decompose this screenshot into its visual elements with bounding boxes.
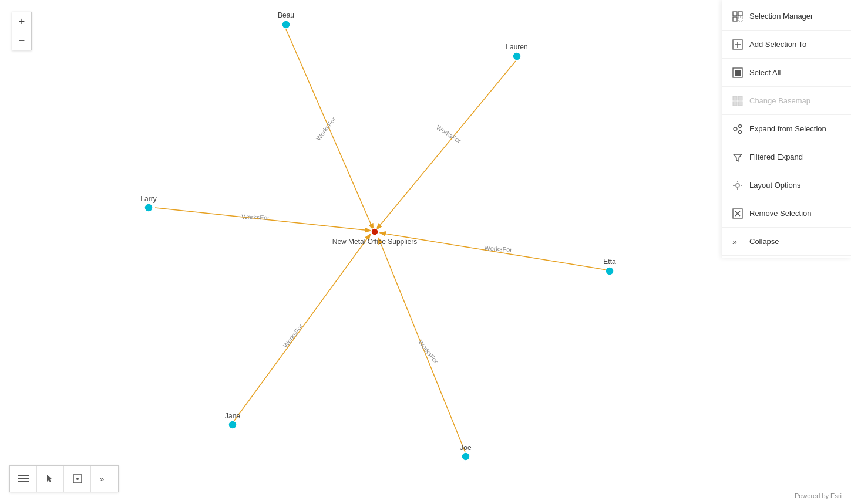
bottom-toolbar: » xyxy=(9,465,119,492)
svg-rect-10 xyxy=(733,17,737,21)
svg-rect-1 xyxy=(18,475,29,476)
node-jane[interactable] xyxy=(228,421,237,429)
edge-lauren xyxy=(377,61,516,229)
svg-marker-4 xyxy=(47,475,52,482)
panel-label-filtered-expand: Filtered Expand xyxy=(749,153,803,161)
svg-point-22 xyxy=(739,124,742,127)
expand-icon: » xyxy=(100,475,109,483)
node-larry[interactable] xyxy=(144,204,153,212)
svg-rect-19 xyxy=(733,102,737,106)
change-basemap-icon xyxy=(732,95,744,107)
svg-rect-16 xyxy=(735,70,741,76)
panel-item-selection-manager[interactable]: Selection Manager xyxy=(722,2,851,31)
svg-rect-2 xyxy=(18,478,29,479)
expand-toolbar-button[interactable]: » xyxy=(91,466,118,492)
node-label-larry: Larry xyxy=(140,195,156,203)
panel-item-remove-selection[interactable]: Remove Selection xyxy=(722,199,851,228)
edge-label-joe: WorksFor xyxy=(417,339,440,365)
edge-jane xyxy=(234,235,370,421)
zoom-in-button[interactable]: + xyxy=(12,12,31,31)
panel-item-layout-options[interactable]: Layout Options xyxy=(722,171,851,199)
node-etta[interactable] xyxy=(606,267,614,275)
panel-label-change-basemap: Change Basemap xyxy=(749,96,810,105)
panel-item-expand-from-selection[interactable]: Expand from Selection xyxy=(722,115,851,143)
remove-selection-icon xyxy=(732,208,744,219)
svg-rect-18 xyxy=(738,96,742,100)
panel-item-select-all[interactable]: Select All xyxy=(722,59,851,87)
svg-marker-26 xyxy=(734,154,742,161)
cursor-icon xyxy=(46,474,55,483)
panel-label-collapse: Collapse xyxy=(749,237,779,246)
node-label-etta: Etta xyxy=(603,258,616,266)
node-joe[interactable] xyxy=(462,452,470,461)
panel-label-selection-manager: Selection Manager xyxy=(749,12,813,21)
zoom-controls: + − xyxy=(12,12,32,50)
node-label-beau: Beau xyxy=(278,11,294,19)
svg-rect-3 xyxy=(18,481,29,482)
list-icon xyxy=(18,474,29,483)
filtered-expand-icon xyxy=(732,151,744,163)
select-icon xyxy=(73,474,82,483)
right-panel: Selection Manager Add Selection To Selec… xyxy=(722,0,851,258)
edge-joe xyxy=(379,239,466,454)
svg-text:»: » xyxy=(732,237,737,246)
edge-label-etta: WorksFor xyxy=(484,244,513,253)
svg-rect-17 xyxy=(733,96,737,100)
panel-label-add-selection-to: Add Selection To xyxy=(749,40,806,49)
zoom-out-button[interactable]: − xyxy=(12,31,31,50)
select-all-icon xyxy=(732,67,744,79)
edge-label-beau: WorksFor xyxy=(315,116,338,142)
add-selection-icon xyxy=(732,39,744,50)
panel-label-remove-selection: Remove Selection xyxy=(749,209,812,218)
layout-options-icon xyxy=(732,180,744,191)
svg-rect-8 xyxy=(733,12,737,16)
edge-label-larry: WorksFor xyxy=(241,213,270,221)
svg-point-6 xyxy=(76,478,79,480)
node-label-jane: Jane xyxy=(225,412,240,420)
panel-label-select-all: Select All xyxy=(749,68,781,77)
network-graph: WorksFor WorksFor WorksFor WorksFor Work… xyxy=(0,0,711,504)
panel-label-expand-from-selection: Expand from Selection xyxy=(749,124,826,133)
svg-text:»: » xyxy=(100,475,104,483)
node-lauren[interactable] xyxy=(513,52,521,60)
edge-label-jane: WorksFor xyxy=(282,323,305,349)
edge-label-lauren: WorksFor xyxy=(435,124,463,145)
selection-manager-icon xyxy=(732,11,744,22)
svg-point-27 xyxy=(736,184,739,187)
center-node[interactable] xyxy=(371,228,378,235)
edge-beau xyxy=(286,29,373,229)
select-toolbar-button[interactable] xyxy=(64,466,91,492)
list-toolbar-button[interactable] xyxy=(10,466,37,492)
center-node-label: New Metal Office Suppliers xyxy=(332,238,418,246)
edge-etta xyxy=(381,233,607,270)
panel-item-collapse[interactable]: » Collapse xyxy=(722,228,851,256)
expand-from-selection-icon xyxy=(732,123,744,135)
svg-point-21 xyxy=(734,127,737,131)
panel-item-filtered-expand[interactable]: Filtered Expand xyxy=(722,143,851,171)
node-beau[interactable] xyxy=(282,21,290,29)
svg-rect-9 xyxy=(738,12,742,16)
panel-item-add-selection-to[interactable]: Add Selection To xyxy=(722,31,851,59)
collapse-icon: » xyxy=(732,236,744,248)
esri-credit: Powered by Esri xyxy=(795,492,842,499)
panel-label-layout-options: Layout Options xyxy=(749,181,800,190)
svg-point-23 xyxy=(739,130,742,133)
panel-item-change-basemap: Change Basemap xyxy=(722,87,851,115)
svg-rect-11 xyxy=(738,17,742,21)
node-label-lauren: Lauren xyxy=(506,43,527,51)
edge-larry xyxy=(155,208,370,231)
svg-line-25 xyxy=(737,130,739,131)
svg-rect-20 xyxy=(738,102,742,106)
cursor-toolbar-button[interactable] xyxy=(37,466,64,492)
svg-line-24 xyxy=(737,127,739,128)
node-label-joe: Joe xyxy=(460,444,472,452)
